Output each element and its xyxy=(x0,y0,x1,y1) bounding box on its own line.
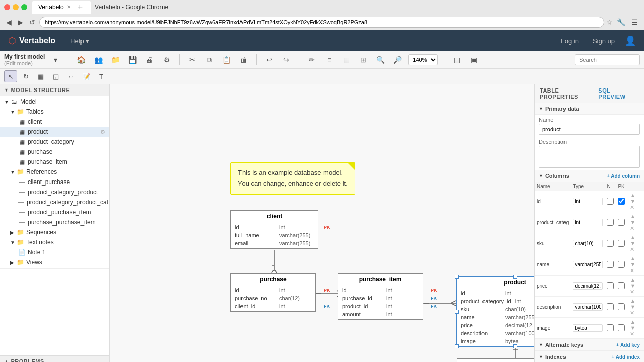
edit-button[interactable]: ✏ xyxy=(305,54,318,66)
col-up-button[interactable]: ▲ xyxy=(629,319,636,325)
undo-button[interactable]: ↩ xyxy=(263,54,276,66)
sidebar-item-client[interactable]: ▦ client xyxy=(0,117,109,127)
sidebar-item-purchase[interactable]: ▦ purchase xyxy=(0,147,109,157)
col-up-button[interactable]: ▲ xyxy=(629,213,636,219)
sequences-expand-icon[interactable]: ▶ xyxy=(10,230,15,235)
product-action-icon[interactable]: ⚙ xyxy=(100,129,105,135)
col-up-button[interactable]: ▲ xyxy=(629,298,636,304)
sidebar-item-ref2[interactable]: — product_category_product xyxy=(0,187,109,197)
sidebar-item-textnotes[interactable]: ▼ 📁 Text notes xyxy=(0,237,109,247)
col-delete-button[interactable]: ✕ xyxy=(629,246,635,253)
col-delete-button[interactable]: ✕ xyxy=(629,204,635,211)
team-button[interactable]: 👥 xyxy=(92,54,105,66)
name-input[interactable] xyxy=(539,124,640,135)
zoom-fit-button[interactable]: ⊞ xyxy=(357,54,370,66)
col-delete-button[interactable]: ✕ xyxy=(629,225,635,232)
col-type-input[interactable] xyxy=(573,240,603,247)
handle-top-left[interactable] xyxy=(455,275,459,279)
col-down-button[interactable]: ▼ xyxy=(629,198,636,204)
col-down-button[interactable]: ▼ xyxy=(629,219,636,225)
col-type-input[interactable] xyxy=(573,324,603,332)
col-type-input[interactable] xyxy=(573,303,603,311)
model-expand-icon[interactable]: ▼ xyxy=(4,99,9,105)
table-purchase[interactable]: purchase id int PK purchase_no char(12) … xyxy=(230,273,316,312)
view-mode-1[interactable]: ▤ xyxy=(450,54,463,66)
menu-button[interactable]: ☰ xyxy=(629,17,640,27)
redo-button[interactable]: ↪ xyxy=(280,54,293,66)
col-up-button[interactable]: ▲ xyxy=(629,255,636,261)
toolbar-search[interactable] xyxy=(575,54,640,65)
zoom-select[interactable]: 140% xyxy=(408,54,438,65)
rotate-tool[interactable]: ↻ xyxy=(19,70,32,82)
handle-bot-mid[interactable] xyxy=(513,344,517,348)
text-tool[interactable]: T xyxy=(95,70,108,82)
tab-close-icon[interactable]: ✕ xyxy=(67,4,71,10)
browser-close-button[interactable] xyxy=(4,4,10,10)
table-purchase-item[interactable]: purchase_item id int PK purchase_id int … xyxy=(338,273,423,320)
add-index-button[interactable]: + Add index xyxy=(611,354,640,360)
col-nullable-checkbox[interactable] xyxy=(607,240,614,247)
zoom-out-button[interactable]: 🔍 xyxy=(374,54,387,66)
new-tab-button[interactable]: + xyxy=(76,3,85,12)
cut-button[interactable]: ✂ xyxy=(186,54,199,66)
select-tool[interactable]: ↖ xyxy=(4,70,17,82)
sidebar-item-product-category[interactable]: ▦ product_category xyxy=(0,137,109,147)
col-up-button[interactable]: ▲ xyxy=(629,277,636,283)
col-pk-checkbox[interactable] xyxy=(618,282,625,289)
bookmark-button[interactable]: ☆ xyxy=(606,18,613,26)
add-column-button[interactable]: + Add column xyxy=(607,173,640,179)
col-nullable-checkbox[interactable] xyxy=(607,219,614,226)
zoom-in-button[interactable]: 🔎 xyxy=(391,54,404,66)
sidebar-item-product[interactable]: ▦ product ⚙ xyxy=(0,127,109,137)
align-button[interactable]: ≡ xyxy=(323,54,336,66)
copy-button[interactable]: ⧉ xyxy=(203,54,216,66)
sidebar-model-structure-header[interactable]: ▼ MODEL STRUCTURE xyxy=(0,84,109,96)
refresh-button[interactable]: ↺ xyxy=(27,17,37,27)
col-pk-checkbox[interactable] xyxy=(618,261,625,268)
tables-expand-icon[interactable]: ▼ xyxy=(10,109,15,115)
table-product-category[interactable]: product_category id int PK name varchar(… xyxy=(457,358,534,362)
settings-button[interactable]: ⚙ xyxy=(160,54,173,66)
col-delete-button[interactable]: ✕ xyxy=(629,267,635,274)
col-down-button[interactable]: ▼ xyxy=(629,304,636,310)
layout-button[interactable]: ▦ xyxy=(340,54,353,66)
sidebar-item-sequences[interactable]: ▶ 📁 Sequences xyxy=(0,227,109,237)
col-down-button[interactable]: ▼ xyxy=(629,240,636,246)
textnotes-expand-icon[interactable]: ▼ xyxy=(10,240,15,245)
sidebar-item-model[interactable]: ▼ 🗂 Model xyxy=(0,97,109,107)
sidebar-item-tables[interactable]: ▼ 📁 Tables xyxy=(0,107,109,117)
table-client[interactable]: client id int PK full_name varchar(255) … xyxy=(230,210,318,249)
sidebar-item-ref1[interactable]: — client_purchase xyxy=(0,177,109,187)
add-key-button[interactable]: + Add key xyxy=(616,342,640,348)
col-delete-button[interactable]: ✕ xyxy=(629,331,635,337)
references-expand-icon[interactable]: ▼ xyxy=(10,169,15,175)
col-up-button[interactable]: ▲ xyxy=(629,234,636,240)
col-nullable-checkbox[interactable] xyxy=(607,198,614,205)
table-product[interactable]: product id int PK product_category_id in… xyxy=(456,276,534,347)
dropdown-button[interactable]: ▾ xyxy=(49,54,62,66)
col-nullable-checkbox[interactable] xyxy=(607,303,614,310)
col-pk-checkbox[interactable] xyxy=(618,198,625,205)
col-down-button[interactable]: ▼ xyxy=(629,283,636,289)
col-type-input[interactable] xyxy=(573,219,603,226)
sidebar-item-note1[interactable]: 📄 Note 1 xyxy=(0,247,109,257)
sidebar-item-ref4[interactable]: — product_purchase_item xyxy=(0,207,109,217)
entity-tool[interactable]: ◱ xyxy=(49,70,62,82)
extensions-button[interactable]: 🔧 xyxy=(615,17,627,27)
back-button[interactable]: ◀ xyxy=(4,17,14,27)
col-type-input[interactable] xyxy=(573,282,603,290)
delete-button[interactable]: 🗑 xyxy=(237,54,250,66)
columns-header[interactable]: ▼ Columns + Add column xyxy=(535,170,644,182)
sidebar-item-references[interactable]: ▼ 📁 References xyxy=(0,167,109,177)
browser-maximize-button[interactable] xyxy=(21,4,27,10)
login-button[interactable]: Log in xyxy=(556,35,582,47)
sidebar-item-ref3[interactable]: — product_category_product_cat... xyxy=(0,197,109,207)
nav-help[interactable]: Help ▾ xyxy=(65,35,94,47)
indexes-header[interactable]: ▼ Indexes + Add index xyxy=(535,351,644,362)
folder-button[interactable]: 📁 xyxy=(109,54,122,66)
forward-button[interactable]: ▶ xyxy=(16,17,25,27)
paste-button[interactable]: 📋 xyxy=(220,54,233,66)
save-button[interactable]: 💾 xyxy=(126,54,139,66)
ref-tool[interactable]: ↔ xyxy=(64,70,77,82)
description-input[interactable] xyxy=(539,146,640,168)
